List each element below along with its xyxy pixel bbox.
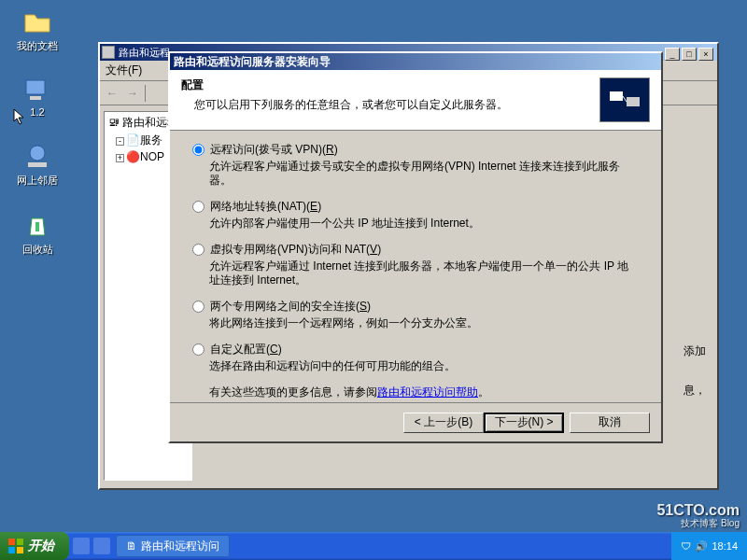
more-info: 有关这些选项的更多信息，请参阅路由和远程访问帮助。 (209, 385, 639, 400)
option-remote-access: 远程访问(拨号或 VPN)(R) 允许远程客户端通过拨号或安全的虚拟专用网络(V… (192, 142, 639, 188)
folder-icon (22, 7, 52, 37)
desktop-icon-recycle[interactable]: 回收站 (9, 211, 65, 257)
cancel-button[interactable]: 取消 (570, 413, 650, 433)
svg-rect-0 (26, 80, 45, 94)
minimize-button[interactable]: _ (665, 48, 680, 61)
svg-point-2 (30, 146, 45, 161)
menu-file[interactable]: 文件(F) (106, 63, 142, 77)
option-label[interactable]: 远程访问(拨号或 VPN)(R) (210, 142, 338, 158)
option-label[interactable]: 两个专用网络之间的安全连接(S) (210, 299, 371, 315)
quick-launch (69, 538, 114, 554)
side-text: 添加 息， (684, 343, 706, 399)
option-custom: 自定义配置(C) 选择在路由和远程访问中的任何可用功能的组合。 (192, 342, 639, 373)
desktop-icon-network[interactable]: 网上邻居 (9, 142, 65, 188)
taskbar: 开始 🗎路由和远程访问 🛡 🔊 18:14 (0, 532, 747, 560)
wizard-footer: < 上一步(B) 下一步(N) > 取消 (170, 402, 661, 441)
svg-rect-4 (610, 91, 623, 101)
option-vpn-nat: 虚拟专用网络(VPN)访问和 NAT(V) 允许远程客户端通过 Internet… (192, 242, 639, 287)
svg-rect-1 (30, 96, 41, 100)
icon-label: 网上邻居 (9, 174, 65, 188)
ql-desktop-icon[interactable] (93, 538, 110, 554)
maximize-button[interactable]: □ (682, 48, 697, 61)
desktop-icon-documents[interactable]: 我的文档 (9, 7, 65, 53)
wizard-header-title: 配置 (181, 77, 592, 93)
svg-rect-10 (17, 547, 23, 553)
tray-icon[interactable]: 🛡 (681, 540, 691, 552)
ql-ie-icon[interactable] (73, 538, 90, 554)
wizard-header-icon (599, 77, 650, 122)
svg-rect-5 (627, 97, 640, 106)
wizard-titlebar[interactable]: 路由和远程访问服务器安装向导 (170, 53, 661, 70)
svg-rect-8 (17, 539, 23, 545)
help-link[interactable]: 路由和远程访问帮助 (377, 385, 478, 399)
desktop-icon-12[interactable]: 1.2 (9, 75, 65, 118)
icon-label: 回收站 (9, 243, 65, 257)
back-button[interactable]: ← (104, 85, 120, 102)
network-icon (22, 142, 52, 172)
option-desc: 允许内部客户端使用一个公共 IP 地址连接到 Internet。 (209, 217, 639, 231)
radio-remote-access[interactable] (192, 144, 204, 156)
close-button[interactable]: × (698, 48, 713, 61)
recycle-icon (22, 211, 52, 241)
icon-label: 我的文档 (9, 39, 65, 53)
system-tray[interactable]: 🛡 🔊 18:14 (671, 532, 747, 560)
tray-icon[interactable]: 🔊 (695, 540, 708, 553)
start-label: 开始 (28, 538, 54, 554)
svg-rect-3 (28, 162, 47, 167)
option-nat: 网络地址转换(NAT)(E) 允许内部客户端使用一个公共 IP 地址连接到 In… (192, 199, 639, 231)
radio-nat[interactable] (192, 201, 204, 213)
option-desc: 将此网络连接到一个远程网络，例如一个分支办公室。 (209, 316, 639, 330)
next-button[interactable]: 下一步(N) > (484, 413, 564, 433)
svg-rect-7 (8, 539, 15, 545)
forward-button[interactable]: → (124, 85, 141, 102)
option-desc: 选择在路由和远程访问中的任何可用功能的组合。 (209, 359, 639, 373)
radio-vpn-nat[interactable] (192, 244, 204, 256)
back-button[interactable]: < 上一步(B) (403, 413, 484, 433)
watermark: 51CTO.com 技术博客 Blog (656, 504, 740, 530)
wizard-dialog: 路由和远程访问服务器安装向导 配置 您可以启用下列服务的任意组合，或者您可以自定… (168, 51, 663, 443)
svg-line-6 (623, 96, 627, 102)
svg-rect-9 (8, 547, 15, 553)
radio-custom[interactable] (192, 343, 204, 356)
computer-icon (22, 75, 52, 105)
start-button[interactable]: 开始 (0, 532, 69, 560)
option-desc: 允许远程客户端通过 Internet 连接到此服务器，本地客户端使用一个单一的公… (209, 259, 639, 287)
option-label[interactable]: 自定义配置(C) (210, 342, 282, 357)
icon-label: 1.2 (9, 106, 65, 118)
option-secure-conn: 两个专用网络之间的安全连接(S) 将此网络连接到一个远程网络，例如一个分支办公室… (192, 299, 639, 330)
app-icon (102, 46, 115, 59)
clock[interactable]: 18:14 (712, 540, 738, 552)
wizard-header: 配置 您可以启用下列服务的任意组合，或者您可以自定义此服务器。 (170, 70, 661, 131)
taskbar-task-rras[interactable]: 🗎路由和远程访问 (116, 535, 230, 557)
option-label[interactable]: 网络地址转换(NAT)(E) (210, 199, 321, 215)
radio-secure-conn[interactable] (192, 301, 204, 313)
wizard-body: 远程访问(拨号或 VPN)(R) 允许远程客户端通过拨号或安全的虚拟专用网络(V… (170, 131, 661, 408)
option-label[interactable]: 虚拟专用网络(VPN)访问和 NAT(V) (210, 242, 381, 258)
parent-title: 路由和远程 (119, 46, 170, 60)
wizard-header-subtitle: 您可以启用下列服务的任意组合，或者您可以自定义此服务器。 (181, 97, 592, 113)
option-desc: 允许远程客户端通过拨号或安全的虚拟专用网络(VPN) Internet 连接来连… (209, 160, 639, 188)
